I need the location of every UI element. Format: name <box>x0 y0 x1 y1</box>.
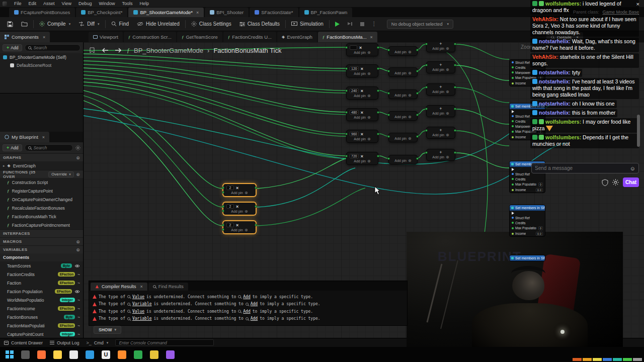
play-button[interactable] <box>331 17 344 31</box>
add-component-button[interactable]: +Add <box>3 44 22 51</box>
multiply-node[interactable]: 120×Add pin⊕ <box>346 64 378 77</box>
add-node[interactable]: Add pin⊕ <box>388 46 418 56</box>
variable-row[interactable]: FactionEFaction~ <box>0 279 83 287</box>
add-variable-icon[interactable]: ⊕ <box>76 247 80 252</box>
stop-button[interactable] <box>356 17 368 31</box>
component-tree-row[interactable]: BP_ShooterGameMode (Self) <box>0 53 83 61</box>
node-pin[interactable] <box>222 205 224 208</box>
node-pin[interactable] <box>416 92 419 95</box>
data-pin-icon[interactable] <box>512 173 514 175</box>
menu-item-file[interactable]: File <box>11 1 25 6</box>
struct-set-members-node[interactable]: Set members in SFa <box>509 255 545 261</box>
add-node[interactable]: +Add pin⊕ <box>426 149 455 161</box>
node-pin[interactable] <box>222 228 224 231</box>
add-pin-button[interactable]: Add pin⊕ <box>223 209 256 215</box>
save-button[interactable] <box>3 17 17 31</box>
exec-pin-icon[interactable] <box>512 212 514 215</box>
emote-picker-icon[interactable]: ☺ <box>630 165 638 171</box>
menu-item-view[interactable]: View <box>58 1 75 6</box>
taskbar-chrome-icon[interactable] <box>150 350 158 359</box>
node-pin[interactable] <box>416 49 419 51</box>
add-node[interactable]: +Add pin⊕ <box>426 61 455 73</box>
node-pin[interactable] <box>377 155 379 157</box>
panel-splitter[interactable] <box>0 94 83 132</box>
node-pin[interactable] <box>345 111 348 114</box>
visibility-closed-icon[interactable]: ~ <box>77 298 80 303</box>
add-function-icon[interactable]: ⊕ <box>76 172 80 177</box>
close-tab-icon[interactable]: × <box>140 284 143 289</box>
add-pin-button[interactable]: Add pin⊕ <box>389 136 417 142</box>
breadcrumb-root[interactable]: BP_ShooterGameMode <box>134 47 203 54</box>
add-pin-button[interactable]: Add pin⊕ <box>347 71 378 77</box>
doc-tab[interactable]: BPI_Shooter <box>205 8 249 17</box>
doc-tab[interactable]: FCapturePointBonuses <box>9 8 75 17</box>
class-settings-button[interactable]: Class Settings <box>187 17 235 31</box>
close-tab-icon[interactable]: × <box>370 35 373 40</box>
components-panel-tab[interactable]: Components × <box>0 32 50 42</box>
node-pin[interactable] <box>387 135 390 138</box>
chat-settings-gear-icon[interactable] <box>612 179 619 186</box>
node-pin[interactable] <box>454 43 456 45</box>
node-pin[interactable] <box>425 151 428 154</box>
add-node[interactable]: Add pin⊕ <box>388 133 418 142</box>
add-node[interactable]: Add pin⊕ <box>388 111 418 121</box>
add-node[interactable]: +Add pin⊕ <box>426 105 455 117</box>
taskbar-spreadsheet-icon[interactable] <box>134 350 142 359</box>
function-row[interactable]: ƒFactionBonusMath Tick <box>0 212 83 221</box>
add-pin-button[interactable]: Add pin⊕ <box>389 49 417 55</box>
taskbar-start-icon[interactable] <box>5 350 14 359</box>
cmd-dropdown[interactable]: >_Cmd▾ <box>87 340 109 345</box>
node-pin[interactable] <box>387 49 390 51</box>
add-node[interactable]: Add pin⊕ <box>388 67 418 77</box>
node-pin[interactable] <box>345 155 348 157</box>
variable-row[interactable]: FactionIncomeEFaction~ <box>0 304 83 313</box>
data-pin-icon[interactable] <box>512 71 514 73</box>
data-pin-icon[interactable] <box>512 115 514 117</box>
multiply-node[interactable]: 720×Add pin⊕ <box>346 152 378 165</box>
functions-section-header[interactable]: FUNCTIONS (35 OVEROverride▾⊕ <box>0 170 83 178</box>
visibility-closed-icon[interactable]: ~ <box>77 281 80 286</box>
console-command-input[interactable] <box>115 339 214 346</box>
data-pin-icon[interactable] <box>512 189 514 191</box>
find-button[interactable]: Find <box>107 17 133 31</box>
value-input[interactable]: 2 <box>226 223 234 227</box>
visibility-closed-icon[interactable]: ~ <box>77 272 80 277</box>
add-pin-button[interactable]: Add pin⊕ <box>347 93 378 99</box>
compiler-link[interactable]: Variable <box>132 316 152 321</box>
taskbar-notepad-icon[interactable] <box>69 350 78 359</box>
value-input[interactable]: 720 <box>350 154 359 158</box>
node-pin[interactable] <box>416 157 419 160</box>
visibility-eye-icon[interactable] <box>74 264 80 268</box>
doc-tab[interactable]: SFactionState* <box>250 8 298 17</box>
node-pin[interactable] <box>345 89 348 92</box>
compiler-link[interactable]: Add <box>243 309 250 314</box>
menu-item-edit[interactable]: Edit <box>25 1 40 6</box>
data-pin-icon[interactable] <box>512 217 514 219</box>
doc-tab[interactable]: BP_ShooterGameMode*× <box>128 8 204 17</box>
add-macro-icon[interactable]: ⊕ <box>76 239 80 244</box>
visibility-eye-icon[interactable] <box>74 290 80 294</box>
add-pin-button[interactable]: Add pin⊕ <box>347 115 378 121</box>
add-pin-button[interactable]: Add pin⊕ <box>427 46 455 52</box>
browse-button[interactable] <box>17 17 32 31</box>
components-search-input[interactable] <box>33 45 77 50</box>
components-search[interactable] <box>25 44 80 51</box>
taskbar-blender-icon[interactable] <box>118 350 126 359</box>
node-pin[interactable] <box>255 205 257 208</box>
multiply-node[interactable]: ×Add pin⊕ <box>346 43 378 56</box>
output-log-button[interactable]: Output Log <box>50 340 79 345</box>
node-pin[interactable] <box>425 64 428 66</box>
visibility-closed-icon[interactable]: ~ <box>77 315 80 320</box>
add-node[interactable]: Add pin⊕ <box>388 155 418 164</box>
simulation-button[interactable]: Simulation <box>287 17 328 31</box>
function-row[interactable]: ƒRegisterCapturePoint <box>0 187 83 195</box>
interfaces-section-header[interactable]: INTERFACES <box>0 229 83 237</box>
node-pin[interactable] <box>345 46 348 49</box>
visibility-closed-icon[interactable]: ~ <box>77 323 80 328</box>
data-pin-icon[interactable] <box>512 233 514 235</box>
data-pin-icon[interactable] <box>512 125 514 127</box>
value-input[interactable]: 2 <box>226 186 234 190</box>
panel-settings-gear-icon[interactable] <box>75 145 80 150</box>
pin-value[interactable]: 0.0 <box>536 188 543 192</box>
variable-row[interactable]: WorldMaxPopulatioInteger~ <box>0 296 83 304</box>
